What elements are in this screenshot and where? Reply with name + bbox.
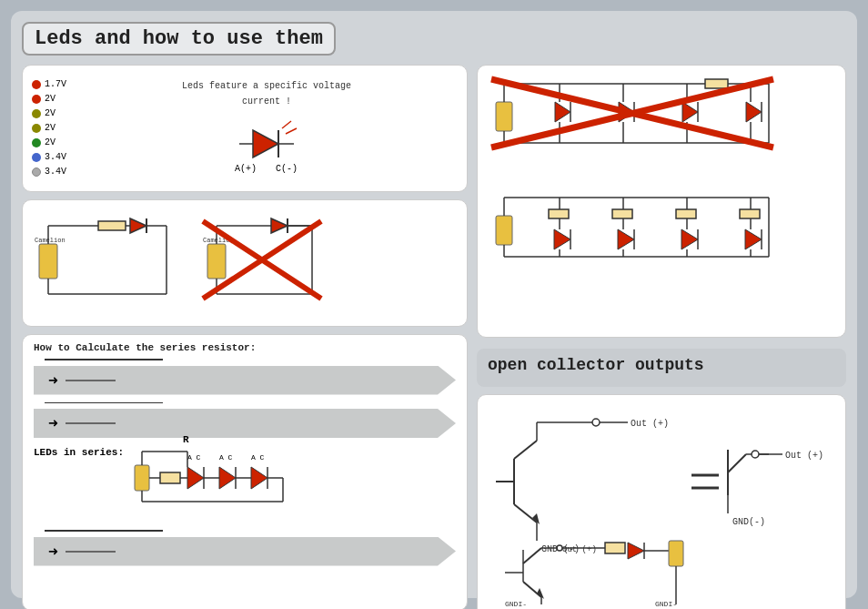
battery-circuit-svg: Camelion Camelion (30, 208, 449, 317)
svg-line-5 (286, 128, 297, 134)
svg-text:Camelion: Camelion (35, 237, 66, 244)
svg-marker-40 (219, 467, 236, 489)
svg-rect-140 (605, 543, 625, 553)
formula-line-2 (45, 402, 163, 404)
led-current-text: current ! (242, 96, 291, 107)
svg-rect-56 (705, 79, 728, 88)
series-resistor-title: How to Calculate the series resistor: (34, 342, 456, 353)
content-area: 1.7V 2V 2V 2V 2V 3.4V 3.4V Leds feature … (22, 65, 846, 609)
svg-line-111 (514, 504, 537, 523)
svg-line-110 (514, 441, 537, 459)
svg-rect-88 (612, 209, 632, 218)
svg-text:GNDI-: GNDI- (505, 600, 527, 608)
svg-line-4 (282, 121, 291, 128)
svg-text:A C: A C (219, 453, 233, 462)
svg-marker-44 (251, 467, 267, 489)
leds-series-svg: A C A C A C (133, 447, 333, 520)
top-right-svg (487, 75, 796, 334)
formula-line-3 (45, 530, 163, 532)
svg-line-123 (728, 454, 746, 472)
battery-circuit-box: Camelion Camelion (22, 199, 468, 327)
svg-marker-66 (682, 102, 698, 122)
svg-text:GND(-): GND(-) (732, 517, 765, 527)
svg-rect-78 (496, 216, 512, 245)
led-info-box: 1.7V 2V 2V 2V 2V 3.4V 3.4V Leds feature … (22, 65, 468, 192)
svg-marker-70 (746, 102, 762, 122)
svg-text:Out (+): Out (+) (562, 545, 597, 554)
svg-rect-53 (496, 102, 512, 131)
svg-text:GNDI-: GNDI- (655, 600, 677, 608)
svg-marker-0 (253, 130, 278, 157)
leds-in-series: LEDs in series: R A C (34, 447, 456, 524)
svg-text:A(+): A(+) (235, 164, 257, 174)
svg-rect-94 (676, 209, 696, 218)
arrow-banner-2: ➜ (34, 409, 456, 438)
right-panel: open collector outputs (477, 65, 846, 609)
svg-text:A C: A C (187, 453, 201, 462)
open-collector-title: open collector outputs (488, 356, 835, 374)
formula-line-1 (45, 359, 163, 360)
open-collector-diagram-box: Out (+) GND (-) Out (+) GND(-) (477, 394, 846, 609)
svg-rect-144 (669, 541, 683, 566)
svg-rect-12 (98, 221, 126, 230)
svg-line-133 (523, 548, 541, 563)
series-resistor-section: How to Calculate the series resistor: ➜ … (22, 334, 468, 609)
svg-marker-141 (628, 543, 644, 559)
open-collector-svg: Out (+) GND (-) Out (+) GND(-) (487, 404, 778, 604)
svg-marker-58 (555, 102, 570, 122)
top-right-box (477, 65, 846, 338)
led-colors-table: 1.7V 2V 2V 2V 2V 3.4V 3.4V (32, 77, 66, 179)
svg-marker-90 (618, 229, 634, 249)
svg-point-115 (592, 419, 600, 426)
svg-marker-36 (187, 467, 204, 489)
svg-marker-23 (271, 218, 288, 233)
svg-rect-100 (740, 209, 760, 218)
svg-text:A C: A C (251, 453, 265, 462)
svg-marker-102 (745, 229, 762, 249)
led-diagram-svg: A(+) C(-) (226, 112, 308, 176)
arrow-banner-3: ➜ (34, 537, 456, 566)
main-container: Leds and how to use them 1.7V 2V 2V 2V 2… (11, 11, 857, 598)
led-info-text: Leds feature a specific voltage (182, 81, 351, 91)
svg-point-125 (752, 451, 759, 458)
open-collector-section: open collector outputs (477, 349, 846, 387)
svg-text:Out (+): Out (+) (785, 451, 823, 461)
r-label: R (183, 434, 189, 445)
leds-series-title: LEDs in series: (34, 447, 124, 458)
svg-text:Out (+): Out (+) (631, 419, 669, 429)
svg-marker-84 (554, 229, 570, 249)
page-title: Leds and how to use them (22, 22, 336, 56)
svg-text:C(-): C(-) (276, 164, 298, 174)
left-panel: 1.7V 2V 2V 2V 2V 3.4V 3.4V Leds feature … (22, 65, 468, 609)
svg-marker-96 (681, 229, 698, 249)
svg-rect-82 (549, 209, 569, 218)
svg-rect-19 (207, 244, 226, 279)
svg-rect-33 (160, 472, 180, 483)
svg-rect-8 (39, 244, 57, 279)
svg-rect-31 (135, 465, 149, 491)
open-collector-title-bar: open collector outputs (477, 349, 846, 387)
svg-marker-13 (130, 218, 146, 233)
arrow-banner-1: ➜ (34, 366, 456, 395)
